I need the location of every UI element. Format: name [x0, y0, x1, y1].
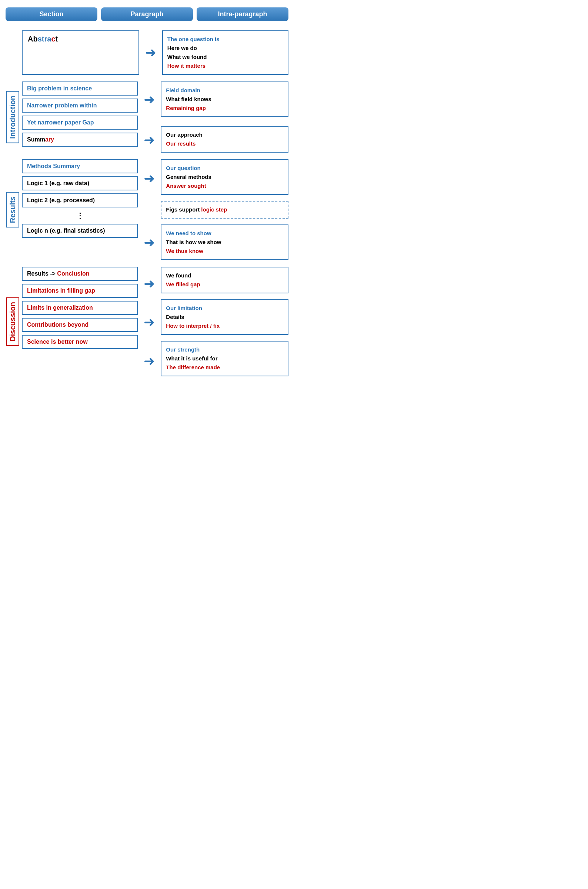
- discussion-intra-box-2: Our limitation Details How to interpret …: [161, 299, 288, 335]
- intro-intra-box-2: Our approach Our results: [161, 126, 288, 153]
- abstract-label-ab: Ab: [28, 35, 38, 43]
- discussion-intra-2-line3: How to interpret / fix: [166, 321, 283, 330]
- intro-para-3: Yet narrower paper Gap: [22, 116, 138, 130]
- introduction-arrows: ➜ ➜: [140, 81, 159, 153]
- discussion-arrow-2: ➜: [144, 315, 155, 329]
- results-arrow-1: ➜: [144, 172, 155, 185]
- discussion-intra-3-line2: What it is useful for: [166, 354, 283, 363]
- intro-summary-red: ary: [45, 136, 54, 143]
- introduction-right: Field domain What field knows Remaining …: [161, 81, 288, 153]
- discussion-intra-3-line1: Our strength: [166, 345, 283, 354]
- intro-arrow-1: ➜: [144, 93, 155, 106]
- discussion-intra-1-line1: We found: [166, 271, 283, 280]
- header-section: Section: [6, 8, 98, 21]
- discussion-para-4: Contributions beyond: [22, 318, 138, 332]
- results-intra-1-line3: Answer sought: [166, 182, 283, 191]
- discussion-label: Discussion: [6, 297, 19, 346]
- abstract-label-stra: stra: [38, 35, 51, 43]
- intro-arrow-2: ➜: [144, 134, 155, 147]
- abstract-label-t: t: [56, 35, 58, 43]
- results-right: Our question General methods Answer soug…: [161, 159, 288, 260]
- discussion-arrows: ➜ ➜ ➜: [140, 267, 159, 376]
- abstract-intra-line3: What we found: [167, 53, 283, 62]
- header-intra-paragraph: Intra-paragraph: [196, 8, 288, 21]
- results-dots: ⋮: [22, 210, 138, 221]
- discussion-intra-1-line2: We filled gap: [166, 280, 283, 289]
- results-para-2: Logic 1 (e.g. raw data): [22, 176, 138, 191]
- intro-intra-1-line2: What field knows: [166, 95, 283, 104]
- results-para-4: Logic n (e.g. final statistics): [22, 224, 138, 238]
- intro-para-1: Big problem in science: [22, 81, 138, 96]
- results-section: Results Methods Summary Logic 1 (e.g. ra…: [6, 159, 288, 260]
- results-intra-box-1: Our question General methods Answer soug…: [161, 159, 288, 195]
- introduction-label-wrap: Introduction: [6, 81, 20, 153]
- discussion-right: We found We filled gap Our limitation De…: [161, 267, 288, 376]
- intro-para-2: Narrower problem within: [22, 99, 138, 113]
- abstract-arrow: ➜: [145, 46, 156, 59]
- results-intra-3-line2: That is how we show: [166, 238, 283, 247]
- discussion-intra-box-1: We found We filled gap: [161, 267, 288, 293]
- discussion-arrow-3: ➜: [144, 354, 155, 368]
- intro-intra-2-line1: Our approach: [166, 131, 283, 139]
- results-label: Results: [6, 192, 19, 227]
- discussion-section: Discussion Results -> Conclusion Limitat…: [6, 267, 288, 376]
- discussion-label-wrap: Discussion: [6, 267, 20, 376]
- intro-intra-box-1: Field domain What field knows Remaining …: [161, 81, 288, 117]
- discussion-intra-2-line2: Details: [166, 312, 283, 321]
- abstract-arrow-col: ➜: [141, 30, 160, 75]
- introduction-section: Introduction Big problem in science Narr…: [6, 81, 288, 153]
- header-paragraph: Paragraph: [101, 8, 193, 21]
- results-middle: Methods Summary Logic 1 (e.g. raw data) …: [22, 159, 138, 260]
- results-intra-box-2: Figs support logic step: [161, 201, 288, 219]
- discussion-intra-box-3: Our strength What it is useful for The d…: [161, 341, 288, 376]
- discussion-para-5: Science is better now: [22, 335, 138, 349]
- abstract-para-box: Abstract: [22, 30, 139, 75]
- abstract-spacer: [6, 30, 20, 75]
- results-para-3: Logic 2 (e.g. processed): [22, 193, 138, 207]
- results-arrows: ➜ ➜: [140, 159, 159, 260]
- abstract-label-c: c: [51, 35, 55, 43]
- intro-intra-1-line1: Field domain: [166, 86, 283, 95]
- abstract-intra-line2: Here we do: [167, 44, 283, 53]
- discussion-intra-2-line1: Our limitation: [166, 304, 283, 312]
- results-para-1: Methods Summary: [22, 159, 138, 173]
- results-intra-2-line1: Figs support logic step: [166, 205, 283, 214]
- intro-para-4: Summary: [22, 133, 138, 147]
- results-intra-1-line1: Our question: [166, 164, 283, 173]
- intro-intra-2-line2: Our results: [166, 139, 283, 148]
- abstract-intra-line1: The one question is: [167, 35, 283, 44]
- introduction-label: Introduction: [6, 91, 19, 143]
- discussion-para-1: Results -> Conclusion: [22, 267, 138, 281]
- results-intra-box-3: We need to show That is how we show We t…: [161, 224, 288, 260]
- abstract-section: Abstract ➜ The one question is Here we d…: [6, 30, 288, 75]
- intro-intra-1-line3: Remaining gap: [166, 104, 283, 113]
- results-intra-3-line1: We need to show: [166, 229, 283, 238]
- intro-summary-prefix: Summ: [27, 136, 45, 143]
- discussion-para-1-prefix: Results ->: [27, 270, 57, 277]
- results-arrow-2: ➜: [144, 236, 155, 249]
- introduction-middle: Big problem in science Narrower problem …: [22, 81, 138, 153]
- results-intra-1-line2: General methods: [166, 173, 283, 182]
- results-intra-3-line3: We thus know: [166, 247, 283, 255]
- discussion-para-2: Limitations in filling gap: [22, 284, 138, 298]
- discussion-para-3: Limits in generalization: [22, 301, 138, 315]
- discussion-arrow-1: ➜: [144, 277, 155, 290]
- discussion-intra-3-line3: The difference made: [166, 363, 283, 372]
- header-row: Section Paragraph Intra-paragraph: [6, 8, 288, 21]
- results-label-wrap: Results: [6, 159, 20, 260]
- discussion-middle: Results -> Conclusion Limitations in fil…: [22, 267, 138, 376]
- abstract-intra-line4: How it matters: [167, 62, 283, 71]
- discussion-para-1-red: Conclusion: [57, 270, 89, 277]
- abstract-intra-box: The one question is Here we do What we f…: [162, 30, 288, 75]
